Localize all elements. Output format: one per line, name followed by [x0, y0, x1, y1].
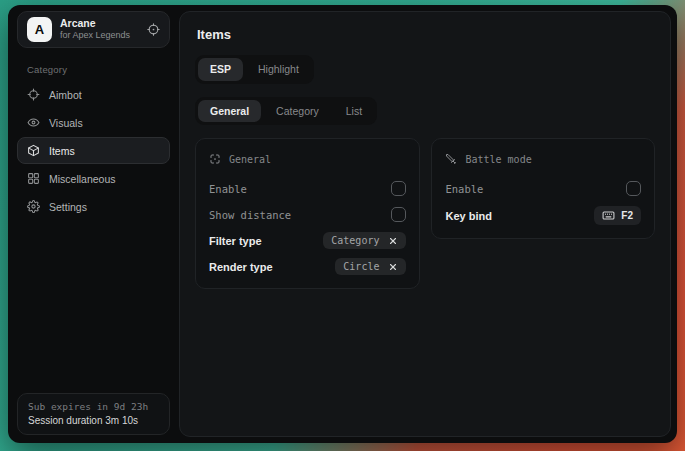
battle-mode-panel-header: Battle mode: [445, 147, 641, 171]
show-distance-row: Show distance: [209, 206, 406, 223]
panels-row: General Enable Show distance Filter type…: [195, 138, 655, 289]
brand-text: Arcane for Apex Legends: [60, 18, 130, 40]
brand-name: Arcane: [60, 18, 130, 30]
tab-category[interactable]: Category: [264, 100, 331, 123]
sidebar-item-label: Settings: [49, 201, 87, 213]
key-bind-value: F2: [621, 210, 633, 221]
sidebar: A Arcane for Apex Legends Category: [8, 5, 176, 443]
key-bind-row: Key bind F2: [445, 206, 641, 225]
sidebar-item-label: Aimbot: [49, 89, 82, 101]
session-duration-text: Session duration 3m 10s: [28, 415, 159, 426]
filter-type-value: Category: [331, 235, 379, 246]
show-distance-checkbox[interactable]: [391, 207, 406, 222]
key-bind-label: Key bind: [445, 210, 491, 222]
battle-enable-row: Enable: [445, 180, 641, 197]
sidebar-item-label: Miscellaneous: [49, 173, 116, 185]
sidebar-nav: Aimbot Visuals: [14, 81, 173, 220]
app-logo: A: [27, 17, 52, 42]
package-icon: [27, 144, 40, 157]
general-panel-title: General: [229, 154, 271, 165]
enable-checkbox[interactable]: [391, 181, 406, 196]
render-type-label: Render type: [209, 261, 273, 273]
sidebar-item-settings[interactable]: Settings: [17, 193, 170, 220]
eye-icon: [27, 116, 40, 129]
gear-icon: [27, 200, 40, 213]
general-panel: General Enable Show distance Filter type…: [195, 138, 420, 289]
crosshair-icon: [27, 88, 40, 101]
main-panel: Items ESP Highlight General Category Lis…: [179, 11, 671, 437]
grid-icon: [27, 172, 40, 185]
sidebar-item-aimbot[interactable]: Aimbot: [17, 81, 170, 108]
page-title: Items: [197, 27, 655, 42]
scan-icon: [209, 153, 221, 165]
clear-icon[interactable]: [388, 262, 398, 272]
render-type-value: Circle: [343, 261, 379, 272]
sub-tabbar: General Category List: [195, 97, 377, 126]
battle-enable-label: Enable: [445, 183, 483, 195]
sub-expires-text: Sub expires in 9d 23h: [28, 401, 159, 412]
battle-mode-panel: Battle mode Enable Key bind: [431, 138, 655, 239]
filter-type-row: Filter type Category: [209, 232, 406, 249]
battle-enable-checkbox[interactable]: [626, 181, 641, 196]
render-type-select[interactable]: Circle: [335, 258, 406, 275]
brand-card: A Arcane for Apex Legends: [17, 11, 170, 48]
battle-mode-panel-title: Battle mode: [465, 154, 531, 165]
target-icon[interactable]: [147, 23, 160, 36]
clear-icon[interactable]: [388, 236, 398, 246]
sidebar-item-label: Items: [49, 145, 75, 157]
sidebar-item-label: Visuals: [49, 117, 83, 129]
sidebar-spacer: [14, 220, 173, 393]
mode-tabbar: ESP Highlight: [195, 55, 314, 84]
subscription-card: Sub expires in 9d 23h Session duration 3…: [17, 393, 170, 435]
sidebar-item-items[interactable]: Items: [17, 137, 170, 164]
brand-subtitle: for Apex Legends: [60, 31, 130, 41]
enable-label: Enable: [209, 183, 247, 195]
sidebar-item-miscellaneous[interactable]: Miscellaneous: [17, 165, 170, 192]
app-window: A Arcane for Apex Legends Category: [8, 5, 677, 443]
tab-general[interactable]: General: [198, 100, 261, 123]
enable-row: Enable: [209, 180, 406, 197]
general-panel-header: General: [209, 147, 406, 171]
render-type-row: Render type Circle: [209, 258, 406, 275]
sidebar-item-visuals[interactable]: Visuals: [17, 109, 170, 136]
keyboard-icon: [602, 209, 615, 222]
tab-esp[interactable]: ESP: [198, 58, 243, 81]
sword-icon: [445, 153, 457, 165]
category-label: Category: [27, 64, 173, 75]
filter-type-label: Filter type: [209, 235, 262, 247]
show-distance-label: Show distance: [209, 209, 291, 221]
filter-type-select[interactable]: Category: [323, 232, 406, 249]
tab-list[interactable]: List: [334, 100, 374, 123]
tab-highlight[interactable]: Highlight: [246, 58, 311, 81]
key-bind-button[interactable]: F2: [594, 206, 641, 225]
